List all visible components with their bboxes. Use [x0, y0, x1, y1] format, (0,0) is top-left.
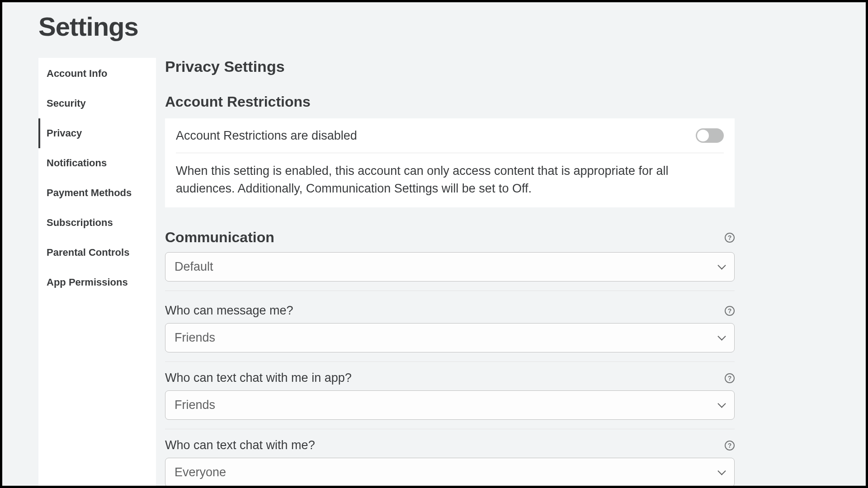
help-icon[interactable]: ?: [725, 373, 735, 383]
chevron-down-icon: [718, 469, 725, 476]
sidebar-item-privacy[interactable]: Privacy: [38, 118, 156, 148]
page-title: Settings: [38, 11, 830, 42]
communication-default-select[interactable]: Default: [165, 252, 735, 282]
chevron-down-icon: [718, 263, 725, 271]
settings-sidebar: Account Info Security Privacy Notificati…: [38, 58, 156, 488]
account-restrictions-toggle[interactable]: [696, 128, 724, 143]
account-restrictions-card: Account Restrictions are disabled When t…: [165, 118, 735, 207]
chevron-down-icon: [718, 402, 725, 409]
who-can-text-chat-in-app-label: Who can text chat with me in app?: [165, 371, 352, 385]
help-icon[interactable]: ?: [725, 306, 735, 316]
section-title: Privacy Settings: [165, 58, 735, 75]
sidebar-item-security[interactable]: Security: [38, 89, 156, 118]
help-icon[interactable]: ?: [725, 441, 735, 450]
who-can-text-chat-select[interactable]: Everyone: [165, 458, 735, 487]
select-value: Friends: [175, 331, 215, 345]
sidebar-item-notifications[interactable]: Notifications: [38, 148, 156, 178]
select-value: Default: [175, 260, 213, 274]
who-can-text-chat-in-app-select[interactable]: Friends: [165, 390, 735, 420]
who-can-text-chat-label: Who can text chat with me?: [165, 438, 315, 452]
select-value: Friends: [175, 398, 215, 412]
sidebar-item-app-permissions[interactable]: App Permissions: [38, 267, 156, 297]
sidebar-item-payment-methods[interactable]: Payment Methods: [38, 178, 156, 208]
account-restrictions-status: Account Restrictions are disabled: [176, 129, 357, 143]
sidebar-item-account-info[interactable]: Account Info: [38, 59, 156, 89]
help-icon[interactable]: ?: [725, 233, 735, 243]
sidebar-item-parental-controls[interactable]: Parental Controls: [38, 238, 156, 267]
chevron-down-icon: [718, 334, 725, 342]
who-can-message-label: Who can message me?: [165, 304, 293, 318]
select-value: Everyone: [175, 465, 226, 479]
main-content: Privacy Settings Account Restrictions Ac…: [165, 58, 735, 488]
account-restrictions-description: When this setting is enabled, this accou…: [176, 153, 669, 197]
sidebar-item-subscriptions[interactable]: Subscriptions: [38, 208, 156, 238]
toggle-knob: [697, 130, 709, 141]
account-restrictions-heading: Account Restrictions: [165, 94, 735, 110]
communication-heading: Communication: [165, 229, 274, 246]
who-can-message-select[interactable]: Friends: [165, 323, 735, 352]
